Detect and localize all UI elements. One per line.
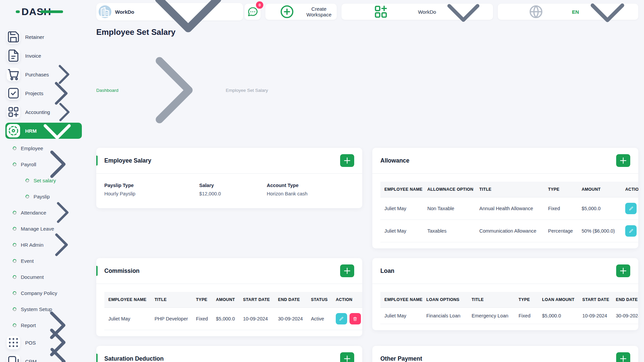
sidebar-item-label: Document [21,274,44,280]
breadcrumb-dashboard-link[interactable]: Dashboard [96,88,118,93]
table-cell: 30-09-2024 [274,308,307,330]
commission-table: EMPLOYEE NAMETITLETYPEAMOUNTSTART DATEEN… [104,292,354,336]
card-title: Employee Salary [104,157,151,164]
column-header: TYPE [192,292,212,308]
workspace-switcher[interactable]: WorkDo [96,3,243,20]
edit-button[interactable] [625,203,637,214]
circle-plus-icon [271,4,303,20]
table-row: Juliet MayNon TaxableAnnual Health Allow… [380,197,638,220]
sidebar-nav: RetainerInvoicePurchasesProjectsAccounti… [0,23,87,362]
commission-card: Commission EMPLOYEE NAMETITLETYPEAMOUNTS… [96,258,362,336]
app-root: DASH RetainerInvoicePurchasesProjectsAcc… [0,0,644,362]
sidebar-item-attendance[interactable]: Attendance [5,206,82,219]
sidebar-item-company-policy[interactable]: Company Policy [5,286,82,300]
table-cell: 50% ($6,000.0) [578,220,621,242]
column-header: LOAN OPTIONS [422,292,468,308]
chevron-right-icon [46,197,78,228]
table-row: Juliet MayPHP DeveloperFixed$5,000.010-0… [104,308,362,330]
action-cell [621,220,638,242]
sidebar-item-payroll[interactable]: Payroll [5,158,82,171]
chevron-right-icon [37,341,78,362]
add-employee-salary-button[interactable] [340,154,354,167]
retainer-icon [7,30,20,44]
plus-icon [618,353,628,362]
card-title: Other Payment [380,355,422,362]
table-cell: 10-09-2024 [578,308,612,324]
action-cell [621,197,638,220]
edit-button[interactable] [625,225,637,237]
sidebar-item-retainer[interactable]: Retainer [5,29,82,45]
table-cell: Fixed [515,308,538,324]
card-title: Commission [104,267,140,275]
action-cell [332,308,362,330]
bullet-icon [12,210,17,215]
loan-table: EMPLOYEE NAMELOAN OPTIONSTITLETYPELOAN A… [380,292,638,330]
bullet-icon [25,178,30,183]
column-header: END DATE [274,292,307,308]
bullet-icon [12,275,17,280]
column-header: TITLE [151,292,192,308]
card-header: Loan [372,258,638,284]
table-cell: Financials Loan [422,308,468,324]
table-cell: Non Taxable [423,197,475,220]
add-allowance-button[interactable] [616,154,630,167]
breadcrumb-current: Employee Set Salary [226,88,268,93]
table-cell: Fixed [192,308,212,330]
allowance-table: EMPLOYEE NAMEALLOWNACE OPTIONTITLETYPEAM… [380,182,638,248]
card-title: Allowance [380,157,410,164]
column-header: AMOUNT [212,292,239,308]
table-cell: Taxables [423,220,475,242]
field-label: Salary [199,183,267,188]
column-header: ACTION [621,182,638,197]
plus-icon [342,353,352,362]
grid-plus-icon [347,4,415,20]
edit-button[interactable] [336,313,347,324]
sidebar-item-label: Invoice [25,53,41,59]
accounting-icon [7,105,20,119]
card-title: Loan [380,267,394,275]
table-cell: $5,000.0 [212,308,239,330]
pencil-icon [629,229,634,234]
logo-dash-accent [16,10,20,13]
sidebar-item-label: Report [21,322,36,328]
column-header: TITLE [468,292,515,308]
sidebar-item-hrm[interactable]: HRM [5,123,82,139]
add-saturation-deduction-button[interactable] [340,352,354,362]
workspace-avatar [99,5,111,18]
table-cell: Communication Allowance [475,220,544,242]
delete-button[interactable] [350,313,361,324]
sidebar-item-label: Payroll [21,162,36,167]
employee-salary-card: Employee Salary Payslip Type Hourly Pays… [96,148,362,208]
sidebar: DASH RetainerInvoicePurchasesProjectsAcc… [0,0,87,362]
sidebar-item-document[interactable]: Document [5,270,82,284]
column-header: ALLOWNACE OPTION [423,182,475,197]
table-cell: 10-09-2024 [239,308,274,330]
card-header: Employee Salary [96,148,362,174]
add-other-payment-button[interactable] [616,352,630,362]
sidebar-item-crm[interactable]: CRM [5,353,82,362]
add-loan-button[interactable] [616,264,630,277]
building-icon [99,5,111,18]
sidebar-item-hr-admin[interactable]: HR Admin [5,238,82,251]
language-label: EN [572,9,579,15]
sidebar-item-label: Company Policy [21,290,57,296]
bullet-icon [12,258,17,263]
chevron-down-icon [439,0,488,36]
bullet-icon [12,291,17,296]
loan-card: Loan EMPLOYEE NAMELOAN OPTIONSTITLETYPEL… [372,258,638,330]
projects-icon [7,86,20,100]
messages-button[interactable]: 0 [245,4,261,20]
card-header: Other Payment [372,346,638,362]
data-table: EMPLOYEE NAMELOAN OPTIONSTITLETYPELOAN A… [380,292,638,324]
bullet-icon [12,146,17,151]
chevron-down-icon [582,0,633,37]
dash-logo[interactable]: DASH [21,6,51,17]
card-header: Commission [96,258,362,284]
plus-icon [342,265,352,277]
add-commission-button[interactable] [340,264,354,277]
language-button[interactable]: EN [498,4,638,20]
workspace-menu-button[interactable]: WorkDo [341,4,493,20]
create-workspace-button[interactable]: Create Workspace [265,4,337,20]
plus-icon [618,265,628,277]
account-type-field: Account Type Horizon Bank cash [267,183,354,196]
